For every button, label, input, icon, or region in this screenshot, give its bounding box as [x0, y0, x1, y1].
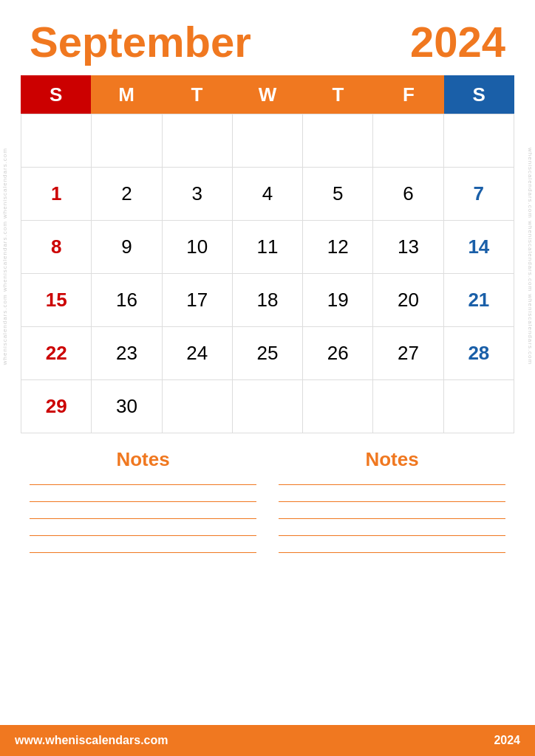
day-header-fri: F	[373, 75, 443, 114]
calendar-cell-29: 29	[21, 380, 92, 433]
day-headers: S M T W T F S	[21, 75, 514, 114]
calendar-cell	[92, 114, 162, 168]
calendar-cell-empty	[373, 380, 443, 433]
notes-line	[30, 552, 256, 553]
calendar-cell-12: 12	[303, 221, 373, 274]
calendar-cell-17: 17	[163, 274, 233, 327]
calendar-cell-24: 24	[163, 327, 233, 380]
calendar-cell	[303, 114, 373, 168]
calendar-cell-5: 5	[303, 168, 373, 221]
calendar-cell-8: 8	[21, 221, 92, 274]
notes-line	[30, 501, 256, 502]
calendar-cell-13: 13	[373, 221, 443, 274]
month-title: September	[30, 21, 251, 63]
calendar-cell	[373, 114, 443, 168]
calendar-cell-14: 14	[444, 221, 514, 274]
calendar-page: wheniscalendars.com wheniscalendars.com …	[0, 0, 535, 756]
notes-right-title: Notes	[279, 448, 505, 471]
header: September 2024	[0, 0, 535, 75]
calendar-cell-10: 10	[163, 221, 233, 274]
calendar-cell-1: 1	[21, 168, 92, 221]
notes-line	[279, 535, 505, 536]
calendar-cell-20: 20	[373, 274, 443, 327]
notes-left-lines	[30, 484, 256, 719]
day-header-sat: S	[444, 75, 514, 114]
footer: www.wheniscalendars.com 2024	[0, 725, 535, 756]
year-title: 2024	[410, 21, 505, 63]
notes-line	[279, 518, 505, 519]
calendar-cell-19: 19	[303, 274, 373, 327]
day-header-wed: W	[232, 75, 302, 114]
calendar-cell-16: 16	[92, 274, 162, 327]
notes-left-column: Notes	[30, 441, 256, 719]
day-header-mon: M	[91, 75, 161, 114]
notes-line	[30, 518, 256, 519]
calendar-grid: 1 2 3 4 5 6 7 8 9 10 11 12 13 14 15 16 1…	[21, 114, 514, 433]
notes-line	[30, 484, 256, 485]
notes-left-title: Notes	[30, 448, 256, 471]
calendar-cell-28: 28	[444, 327, 514, 380]
notes-section: Notes Notes	[0, 433, 535, 719]
calendar-cell-6: 6	[373, 168, 443, 221]
day-header-thu: T	[303, 75, 373, 114]
notes-right-column: Notes	[279, 441, 505, 719]
day-header-tue: T	[162, 75, 232, 114]
calendar-cell-27: 27	[373, 327, 443, 380]
day-header-sun: S	[21, 75, 91, 114]
calendar-cell-22: 22	[21, 327, 92, 380]
calendar-cell-empty	[163, 380, 233, 433]
calendar-container: S M T W T F S 1 2 3 4 5 6 7	[0, 75, 535, 433]
notes-right-lines	[279, 484, 505, 719]
calendar-cell-4: 4	[233, 168, 303, 221]
calendar-cell-7: 7	[444, 168, 514, 221]
watermark-right: wheniscalendars.com wheniscalendars.com …	[527, 148, 534, 365]
calendar-cell-11: 11	[233, 221, 303, 274]
calendar-cell	[21, 114, 92, 168]
watermark-left: wheniscalendars.com wheniscalendars.com …	[1, 148, 8, 365]
calendar-cell-18: 18	[233, 274, 303, 327]
notes-line	[279, 484, 505, 485]
footer-url: www.wheniscalendars.com	[15, 734, 168, 747]
notes-line	[30, 535, 256, 536]
notes-line	[279, 552, 505, 553]
calendar-cell-25: 25	[233, 327, 303, 380]
notes-line	[279, 501, 505, 502]
calendar-cell-3: 3	[163, 168, 233, 221]
calendar-cell	[233, 114, 303, 168]
calendar-cell-2: 2	[92, 168, 162, 221]
calendar-cell-9: 9	[92, 221, 162, 274]
calendar-cell-30: 30	[92, 380, 162, 433]
calendar-cell-21: 21	[444, 274, 514, 327]
footer-year: 2024	[494, 734, 520, 747]
calendar-cell-23: 23	[92, 327, 162, 380]
calendar-cell-empty	[303, 380, 373, 433]
calendar-cell	[163, 114, 233, 168]
calendar-cell-empty	[444, 380, 514, 433]
calendar-cell-empty	[233, 380, 303, 433]
calendar-cell	[444, 114, 514, 168]
calendar-cell-26: 26	[303, 327, 373, 380]
calendar-cell-15: 15	[21, 274, 92, 327]
